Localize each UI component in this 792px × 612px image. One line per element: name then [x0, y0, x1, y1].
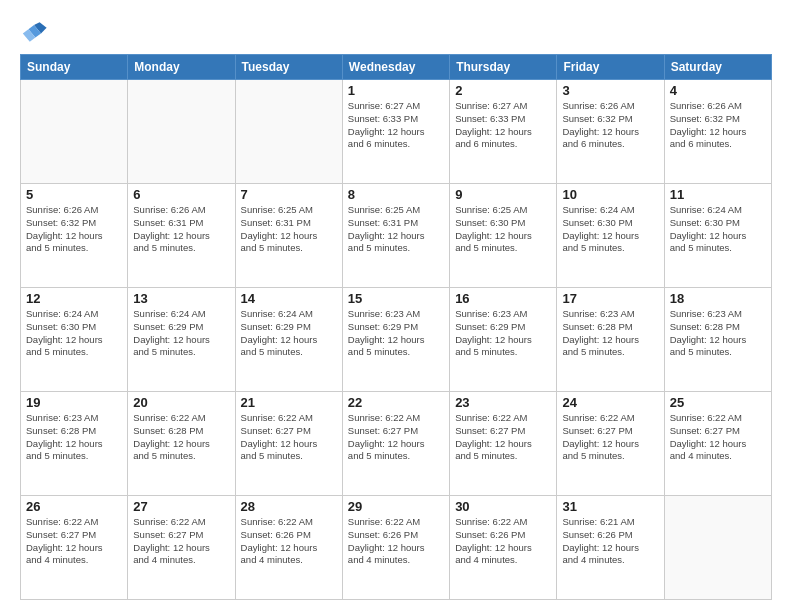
day-info: Sunrise: 6:25 AM Sunset: 6:30 PM Dayligh… [455, 204, 551, 255]
day-number: 12 [26, 291, 122, 306]
calendar-day-cell: 21Sunrise: 6:22 AM Sunset: 6:27 PM Dayli… [235, 392, 342, 496]
calendar-day-cell: 4Sunrise: 6:26 AM Sunset: 6:32 PM Daylig… [664, 80, 771, 184]
calendar-day-cell: 3Sunrise: 6:26 AM Sunset: 6:32 PM Daylig… [557, 80, 664, 184]
calendar-day-cell: 18Sunrise: 6:23 AM Sunset: 6:28 PM Dayli… [664, 288, 771, 392]
calendar-day-cell: 25Sunrise: 6:22 AM Sunset: 6:27 PM Dayli… [664, 392, 771, 496]
day-info: Sunrise: 6:21 AM Sunset: 6:26 PM Dayligh… [562, 516, 658, 567]
calendar-day-cell: 15Sunrise: 6:23 AM Sunset: 6:29 PM Dayli… [342, 288, 449, 392]
day-number: 19 [26, 395, 122, 410]
day-info: Sunrise: 6:22 AM Sunset: 6:27 PM Dayligh… [455, 412, 551, 463]
calendar-day-cell: 2Sunrise: 6:27 AM Sunset: 6:33 PM Daylig… [450, 80, 557, 184]
calendar-col-header: Wednesday [342, 55, 449, 80]
calendar-day-cell: 7Sunrise: 6:25 AM Sunset: 6:31 PM Daylig… [235, 184, 342, 288]
header [20, 18, 772, 46]
calendar-day-cell: 12Sunrise: 6:24 AM Sunset: 6:30 PM Dayli… [21, 288, 128, 392]
day-number: 31 [562, 499, 658, 514]
day-number: 11 [670, 187, 766, 202]
day-number: 7 [241, 187, 337, 202]
day-info: Sunrise: 6:23 AM Sunset: 6:29 PM Dayligh… [455, 308, 551, 359]
calendar-col-header: Tuesday [235, 55, 342, 80]
day-info: Sunrise: 6:24 AM Sunset: 6:29 PM Dayligh… [133, 308, 229, 359]
calendar-header-row: SundayMondayTuesdayWednesdayThursdayFrid… [21, 55, 772, 80]
day-number: 21 [241, 395, 337, 410]
calendar-day-cell: 20Sunrise: 6:22 AM Sunset: 6:28 PM Dayli… [128, 392, 235, 496]
day-number: 8 [348, 187, 444, 202]
calendar-day-cell: 8Sunrise: 6:25 AM Sunset: 6:31 PM Daylig… [342, 184, 449, 288]
day-number: 22 [348, 395, 444, 410]
day-number: 6 [133, 187, 229, 202]
day-number: 27 [133, 499, 229, 514]
calendar-day-cell: 9Sunrise: 6:25 AM Sunset: 6:30 PM Daylig… [450, 184, 557, 288]
day-info: Sunrise: 6:23 AM Sunset: 6:28 PM Dayligh… [670, 308, 766, 359]
calendar-week-row: 26Sunrise: 6:22 AM Sunset: 6:27 PM Dayli… [21, 496, 772, 600]
calendar-day-cell: 29Sunrise: 6:22 AM Sunset: 6:26 PM Dayli… [342, 496, 449, 600]
day-number: 28 [241, 499, 337, 514]
day-info: Sunrise: 6:23 AM Sunset: 6:29 PM Dayligh… [348, 308, 444, 359]
calendar-week-row: 19Sunrise: 6:23 AM Sunset: 6:28 PM Dayli… [21, 392, 772, 496]
calendar-day-cell: 1Sunrise: 6:27 AM Sunset: 6:33 PM Daylig… [342, 80, 449, 184]
day-number: 1 [348, 83, 444, 98]
day-number: 30 [455, 499, 551, 514]
calendar-day-cell: 28Sunrise: 6:22 AM Sunset: 6:26 PM Dayli… [235, 496, 342, 600]
calendar-col-header: Friday [557, 55, 664, 80]
calendar-day-cell: 5Sunrise: 6:26 AM Sunset: 6:32 PM Daylig… [21, 184, 128, 288]
day-info: Sunrise: 6:23 AM Sunset: 6:28 PM Dayligh… [562, 308, 658, 359]
day-info: Sunrise: 6:22 AM Sunset: 6:27 PM Dayligh… [241, 412, 337, 463]
calendar-day-cell [128, 80, 235, 184]
day-info: Sunrise: 6:25 AM Sunset: 6:31 PM Dayligh… [348, 204, 444, 255]
day-number: 13 [133, 291, 229, 306]
calendar-col-header: Sunday [21, 55, 128, 80]
day-info: Sunrise: 6:26 AM Sunset: 6:32 PM Dayligh… [26, 204, 122, 255]
day-number: 15 [348, 291, 444, 306]
day-info: Sunrise: 6:22 AM Sunset: 6:27 PM Dayligh… [133, 516, 229, 567]
calendar-day-cell: 13Sunrise: 6:24 AM Sunset: 6:29 PM Dayli… [128, 288, 235, 392]
day-number: 14 [241, 291, 337, 306]
day-info: Sunrise: 6:24 AM Sunset: 6:30 PM Dayligh… [670, 204, 766, 255]
calendar-col-header: Monday [128, 55, 235, 80]
day-info: Sunrise: 6:22 AM Sunset: 6:28 PM Dayligh… [133, 412, 229, 463]
day-number: 29 [348, 499, 444, 514]
logo [20, 18, 52, 46]
logo-icon [20, 18, 48, 46]
calendar-day-cell: 17Sunrise: 6:23 AM Sunset: 6:28 PM Dayli… [557, 288, 664, 392]
day-info: Sunrise: 6:26 AM Sunset: 6:32 PM Dayligh… [562, 100, 658, 151]
calendar-week-row: 5Sunrise: 6:26 AM Sunset: 6:32 PM Daylig… [21, 184, 772, 288]
day-number: 23 [455, 395, 551, 410]
calendar-week-row: 1Sunrise: 6:27 AM Sunset: 6:33 PM Daylig… [21, 80, 772, 184]
day-info: Sunrise: 6:22 AM Sunset: 6:27 PM Dayligh… [26, 516, 122, 567]
day-info: Sunrise: 6:27 AM Sunset: 6:33 PM Dayligh… [455, 100, 551, 151]
calendar-day-cell: 23Sunrise: 6:22 AM Sunset: 6:27 PM Dayli… [450, 392, 557, 496]
day-info: Sunrise: 6:22 AM Sunset: 6:27 PM Dayligh… [670, 412, 766, 463]
day-number: 3 [562, 83, 658, 98]
calendar-col-header: Saturday [664, 55, 771, 80]
day-info: Sunrise: 6:23 AM Sunset: 6:28 PM Dayligh… [26, 412, 122, 463]
day-number: 17 [562, 291, 658, 306]
day-info: Sunrise: 6:22 AM Sunset: 6:27 PM Dayligh… [348, 412, 444, 463]
day-number: 2 [455, 83, 551, 98]
calendar-day-cell: 11Sunrise: 6:24 AM Sunset: 6:30 PM Dayli… [664, 184, 771, 288]
day-info: Sunrise: 6:24 AM Sunset: 6:29 PM Dayligh… [241, 308, 337, 359]
calendar-day-cell: 16Sunrise: 6:23 AM Sunset: 6:29 PM Dayli… [450, 288, 557, 392]
day-number: 18 [670, 291, 766, 306]
day-info: Sunrise: 6:25 AM Sunset: 6:31 PM Dayligh… [241, 204, 337, 255]
day-number: 20 [133, 395, 229, 410]
day-info: Sunrise: 6:22 AM Sunset: 6:27 PM Dayligh… [562, 412, 658, 463]
calendar-day-cell [664, 496, 771, 600]
calendar-day-cell: 10Sunrise: 6:24 AM Sunset: 6:30 PM Dayli… [557, 184, 664, 288]
calendar-day-cell: 26Sunrise: 6:22 AM Sunset: 6:27 PM Dayli… [21, 496, 128, 600]
day-number: 9 [455, 187, 551, 202]
day-number: 24 [562, 395, 658, 410]
day-info: Sunrise: 6:24 AM Sunset: 6:30 PM Dayligh… [26, 308, 122, 359]
day-info: Sunrise: 6:26 AM Sunset: 6:32 PM Dayligh… [670, 100, 766, 151]
day-info: Sunrise: 6:27 AM Sunset: 6:33 PM Dayligh… [348, 100, 444, 151]
day-info: Sunrise: 6:22 AM Sunset: 6:26 PM Dayligh… [455, 516, 551, 567]
day-number: 26 [26, 499, 122, 514]
calendar-day-cell: 19Sunrise: 6:23 AM Sunset: 6:28 PM Dayli… [21, 392, 128, 496]
day-info: Sunrise: 6:24 AM Sunset: 6:30 PM Dayligh… [562, 204, 658, 255]
page: SundayMondayTuesdayWednesdayThursdayFrid… [0, 0, 792, 612]
day-number: 10 [562, 187, 658, 202]
day-number: 16 [455, 291, 551, 306]
calendar-day-cell: 24Sunrise: 6:22 AM Sunset: 6:27 PM Dayli… [557, 392, 664, 496]
day-info: Sunrise: 6:26 AM Sunset: 6:31 PM Dayligh… [133, 204, 229, 255]
calendar-day-cell: 6Sunrise: 6:26 AM Sunset: 6:31 PM Daylig… [128, 184, 235, 288]
